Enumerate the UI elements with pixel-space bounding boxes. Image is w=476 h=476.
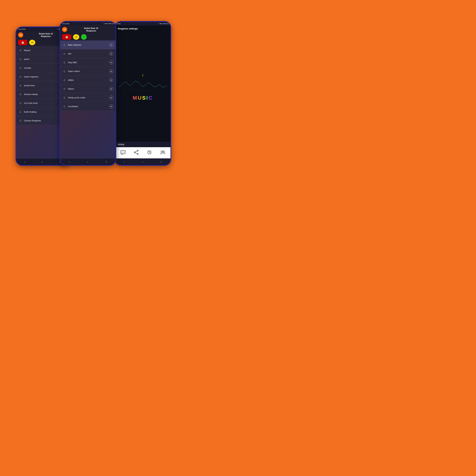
item-label: Super violent — [68, 70, 107, 72]
status-bar-3: Mobile ⊙ ◀ 🔊 ◑ ✤ 5:39 — [115, 22, 170, 25]
svg-point-79 — [123, 152, 123, 153]
list-item[interactable]: ♫ Sing SMS ▶ — [60, 58, 116, 67]
svg-rect-6 — [124, 82, 125, 83]
item-label: Nature — [68, 88, 107, 90]
status-icons-2: ⊙ ◀ 🔊 ◑ ✤ 5:39 — [104, 23, 114, 24]
svg-rect-21 — [138, 83, 139, 83]
item-label: Countdown — [68, 105, 107, 107]
action-icons-row — [115, 147, 170, 158]
play-button[interactable]: ▶ — [109, 78, 113, 82]
svg-rect-1 — [120, 86, 120, 86]
svg-rect-73 — [159, 89, 160, 90]
play-button[interactable]: ▶ — [109, 96, 113, 100]
svg-rect-26 — [143, 86, 143, 87]
back-nav-icon[interactable]: ‹ — [124, 160, 125, 163]
svg-rect-28 — [145, 85, 145, 86]
music-note-icon: ♫ — [18, 57, 22, 61]
svg-rect-56 — [128, 88, 129, 88]
list-item[interactable]: ♫ Super violent ▶ — [60, 67, 116, 76]
nav-bar-2: 🏠 AD 🛡 — [60, 34, 116, 40]
svg-rect-69 — [152, 90, 152, 91]
svg-rect-49 — [164, 86, 164, 87]
svg-rect-18 — [136, 81, 136, 81]
svg-rect-30 — [146, 84, 147, 84]
waveform-area: I — [115, 31, 170, 141]
svg-rect-11 — [129, 85, 130, 85]
svg-line-88 — [149, 153, 150, 153]
music-note-icon: ♫ — [62, 61, 66, 64]
svg-rect-63 — [141, 89, 141, 89]
list-item[interactable]: ♫ Baby ringtones ▶ — [60, 40, 116, 49]
svg-rect-24 — [141, 85, 141, 86]
svg-rect-33 — [149, 83, 150, 84]
item-label: Sing SMS — [68, 61, 107, 64]
home-button-1[interactable]: 🏠 — [18, 40, 27, 45]
svg-rect-10 — [128, 84, 129, 85]
ad-badge-2: AD — [73, 34, 79, 40]
music-note-icon: ♫ — [18, 110, 22, 114]
list-item[interactable]: ♫ Nature ▶ — [60, 85, 116, 93]
phone-3: Mobile ⊙ ◀ 🔊 ◑ ✤ 5:39 Ringtone settings … — [114, 21, 171, 166]
home-nav-icon[interactable]: ○ — [142, 160, 143, 163]
music-note-icon: ♫ — [62, 78, 66, 82]
svg-rect-19 — [136, 81, 137, 82]
status-icons-3: ⊙ ◀ 🔊 ◑ ✤ 5:39 — [159, 23, 169, 24]
home-nav-icon[interactable]: ○ — [87, 160, 88, 163]
svg-rect-35 — [151, 85, 152, 85]
contacts-icon[interactable] — [160, 150, 165, 156]
svg-rect-53 — [124, 88, 124, 89]
svg-rect-37 — [153, 86, 153, 86]
svg-rect-15 — [133, 83, 133, 83]
svg-rect-72 — [157, 89, 158, 89]
list-item[interactable]: ♫ Countdown ▶ — [60, 102, 116, 111]
settings-title: Ringtone settings — [115, 25, 170, 31]
share-icon[interactable] — [134, 150, 139, 156]
cursor-symbol: I — [142, 74, 143, 77]
play-button[interactable]: ▶ — [109, 52, 113, 56]
svg-rect-5 — [124, 83, 124, 83]
play-button[interactable]: ▶ — [109, 60, 113, 65]
play-button[interactable]: ▶ — [109, 43, 113, 47]
svg-rect-62 — [139, 89, 139, 90]
item-label: lullaby — [68, 79, 107, 81]
recents-nav-icon[interactable]: □ — [160, 160, 162, 163]
play-button[interactable]: ▶ — [109, 104, 113, 108]
play-button[interactable]: ▶ — [109, 87, 113, 91]
home-icon-1: 🏠 — [21, 41, 24, 44]
home-nav-icon[interactable]: ○ — [41, 160, 43, 163]
svg-rect-75 — [163, 90, 163, 91]
svg-rect-65 — [145, 90, 145, 91]
message-icon[interactable] — [120, 150, 126, 156]
music-label: MUSIC — [133, 95, 153, 101]
back-nav-icon[interactable]: ‹ — [69, 160, 70, 163]
alarm-icon[interactable] — [147, 150, 152, 156]
svg-rect-32 — [148, 83, 149, 83]
svg-rect-13 — [131, 85, 132, 85]
recents-nav-icon[interactable]: □ — [105, 160, 107, 163]
svg-rect-8 — [126, 82, 127, 83]
play-button[interactable]: ▶ — [109, 69, 113, 73]
svg-rect-34 — [150, 84, 151, 84]
home-button-2[interactable]: 🏠 — [62, 34, 71, 40]
list-item[interactable]: ♫ lullaby ▶ — [60, 76, 116, 85]
svg-rect-3 — [122, 85, 122, 85]
item-label: sad — [68, 52, 107, 55]
svg-rect-51 — [166, 86, 166, 86]
svg-rect-4 — [123, 84, 123, 84]
svg-rect-48 — [163, 87, 164, 88]
svg-point-80 — [124, 152, 124, 153]
svg-rect-39 — [155, 86, 155, 87]
svg-rect-23 — [140, 85, 141, 85]
list-item[interactable]: ♫ sad ▶ — [60, 49, 116, 58]
svg-rect-52 — [123, 88, 123, 88]
svg-rect-7 — [125, 82, 126, 82]
svg-rect-59 — [134, 89, 134, 89]
back-nav-icon[interactable]: ‹ — [24, 160, 25, 163]
svg-rect-67 — [148, 89, 149, 90]
status-bar-2: China Mobile ⊙ ◀ 🔊 ◑ ✤ 5:39 — [60, 22, 116, 25]
list-item[interactable]: ♫ Swing up the sculls ▶ — [60, 93, 116, 102]
bottom-nav-3: ‹ ○ □ — [115, 158, 170, 165]
music-note-icon: ♫ — [62, 69, 66, 73]
carrier-1: China Mobile — [18, 29, 26, 30]
svg-rect-0 — [119, 86, 119, 87]
